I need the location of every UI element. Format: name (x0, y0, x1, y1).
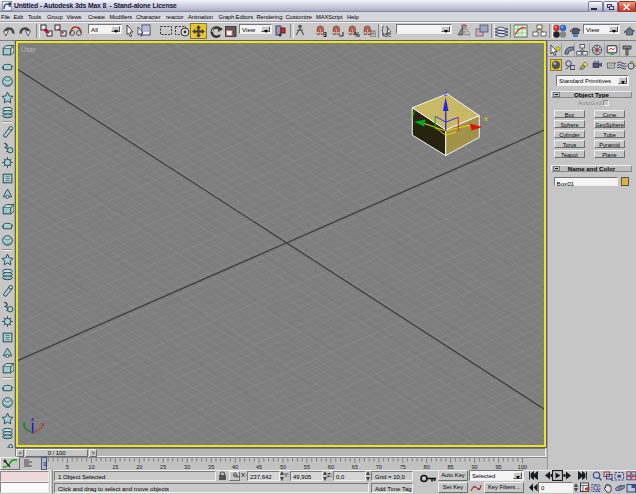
svg-text:40: 40 (232, 464, 238, 470)
svg-text:60: 60 (328, 464, 334, 470)
svg-text:55: 55 (304, 464, 310, 470)
svg-text:95: 95 (495, 464, 501, 470)
svg-text:%: % (354, 31, 360, 37)
svg-text:85: 85 (447, 464, 453, 470)
svg-text:35: 35 (208, 464, 214, 470)
svg-text:100: 100 (518, 464, 527, 470)
svg-text:User: User (21, 46, 36, 53)
svg-text:15: 15 (112, 464, 118, 470)
svg-text:90: 90 (471, 464, 477, 470)
svg-text:45: 45 (256, 464, 262, 470)
svg-text:50: 50 (280, 464, 286, 470)
svg-text:10: 10 (88, 464, 94, 470)
svg-text:z: z (31, 416, 34, 422)
svg-text:z: z (444, 90, 448, 97)
svg-text:5: 5 (66, 464, 69, 470)
svg-text:25: 25 (160, 464, 166, 470)
svg-text:70: 70 (376, 464, 382, 470)
svg-text:80: 80 (424, 464, 430, 470)
svg-text:30: 30 (184, 464, 190, 470)
svg-text:65: 65 (352, 464, 358, 470)
svg-text:x: x (484, 115, 488, 122)
svg-text:20: 20 (136, 464, 142, 470)
svg-text:3: 3 (323, 31, 327, 37)
svg-text:y: y (411, 109, 415, 117)
svg-text:ABC: ABC (382, 33, 392, 37)
svg-text:75: 75 (400, 464, 406, 470)
